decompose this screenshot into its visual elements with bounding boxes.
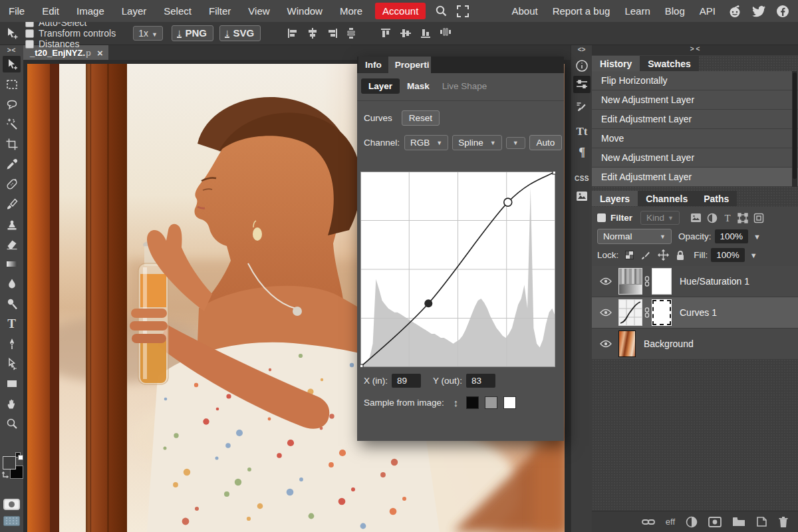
auto-button[interactable]: Auto: [529, 135, 563, 150]
checkbox-box[interactable]: [25, 40, 34, 49]
toolbar-collapse-icon[interactable]: ><: [0, 47, 23, 54]
tab-layers[interactable]: Layers: [592, 191, 638, 206]
menu-image[interactable]: Image: [70, 5, 110, 17]
lasso-tool[interactable]: [3, 96, 21, 112]
magic-wand-tool[interactable]: [3, 116, 21, 132]
visibility-eye-icon[interactable]: [600, 340, 612, 348]
menu-filter[interactable]: Filter: [203, 5, 237, 17]
panel-collapse-icon[interactable]: > <: [592, 45, 798, 55]
channel-select[interactable]: RGB▼: [404, 135, 448, 150]
hue-saturation-mask-thumbnail[interactable]: [652, 268, 672, 295]
menu-view[interactable]: View: [242, 5, 275, 17]
lock-pixels-icon[interactable]: [640, 250, 651, 261]
extra-dropdown[interactable]: ▼: [506, 137, 525, 149]
css-panel-icon[interactable]: CSS: [573, 170, 591, 187]
keyboard-shortcuts-button[interactable]: [3, 516, 20, 526]
swap-colors-icon[interactable]: [1, 471, 11, 480]
image-panel-icon[interactable]: [573, 188, 591, 205]
search-icon[interactable]: [435, 5, 448, 17]
checkbox-box[interactable]: [25, 29, 34, 38]
zoom-tool[interactable]: [3, 415, 21, 432]
lock-transparency-icon[interactable]: [625, 251, 634, 259]
hand-tool[interactable]: [3, 395, 21, 412]
fill-slider-arrow[interactable]: ▼: [750, 251, 757, 259]
path-select-tool[interactable]: [3, 355, 21, 372]
new-layer-icon[interactable]: [756, 516, 767, 527]
align-center-horizontal-icon[interactable]: [307, 27, 319, 39]
menu-window[interactable]: Window: [281, 5, 329, 17]
opacity-field[interactable]: 100%: [715, 229, 749, 243]
distribute-vertical-icon[interactable]: [440, 27, 452, 39]
delete-layer-icon[interactable]: [778, 516, 789, 528]
menu-edit[interactable]: Edit: [36, 5, 65, 17]
history-item[interactable]: New Adjustment Layer: [592, 90, 798, 110]
rectangle-select-tool[interactable]: [3, 76, 21, 92]
layer-name[interactable]: Hue/Saturation 1: [680, 276, 749, 287]
layer-name[interactable]: Curves 1: [680, 307, 717, 318]
layer-row-hue-saturation[interactable]: Hue/Saturation 1: [592, 266, 798, 297]
blend-mode-select[interactable]: Normal▼: [597, 229, 672, 244]
layer-name[interactable]: Background: [644, 338, 694, 349]
menu-layer[interactable]: Layer: [116, 5, 153, 17]
tab-swatches[interactable]: Swatches: [640, 56, 699, 71]
distribute-horizontal-icon[interactable]: [346, 27, 356, 39]
fill-field[interactable]: 100%: [711, 248, 745, 262]
default-colors-icon[interactable]: [15, 452, 23, 460]
x-in-field[interactable]: 89: [392, 374, 421, 388]
move-tool[interactable]: [3, 56, 21, 72]
link-layers-icon[interactable]: [642, 518, 655, 526]
tab-paths[interactable]: Paths: [696, 191, 737, 206]
link-about[interactable]: About: [506, 5, 543, 17]
history-item[interactable]: Move: [592, 129, 798, 148]
layer-row-background[interactable]: Background: [592, 329, 798, 360]
facebook-icon[interactable]: [775, 4, 790, 19]
curves-mask-thumbnail-selected[interactable]: [652, 299, 672, 326]
type-tool[interactable]: T: [3, 315, 21, 332]
layer-effects-button[interactable]: eff: [666, 517, 675, 527]
zoom-preset-select[interactable]: 1x▼: [133, 26, 163, 41]
tab-properties[interactable]: Properti: [388, 57, 431, 73]
reset-button[interactable]: Reset: [402, 110, 440, 126]
eyedropper-tool[interactable]: [3, 156, 21, 172]
history-item[interactable]: Edit Adjustment Layer: [592, 110, 798, 129]
opacity-slider-arrow[interactable]: ▼: [753, 233, 761, 241]
lock-position-icon[interactable]: [658, 249, 669, 261]
eraser-tool[interactable]: [3, 235, 21, 252]
checkbox-distances[interactable]: Distances: [25, 39, 116, 49]
filter-image-icon[interactable]: [690, 213, 702, 223]
menu-more[interactable]: More: [334, 5, 368, 17]
blur-tool[interactable]: [3, 275, 21, 292]
background-thumbnail[interactable]: [618, 331, 636, 357]
fullscreen-icon[interactable]: [457, 5, 469, 17]
gray-point-swatch[interactable]: [485, 396, 497, 409]
gradient-tool[interactable]: [3, 255, 21, 272]
tab-info[interactable]: Info: [358, 57, 388, 73]
link-api[interactable]: API: [694, 5, 721, 17]
history-item[interactable]: New Adjustment Layer: [592, 148, 798, 168]
align-middle-vertical-icon[interactable]: [400, 27, 412, 39]
curves-graph[interactable]: [360, 172, 555, 367]
new-group-icon[interactable]: [732, 517, 745, 527]
dodge-tool[interactable]: [3, 295, 21, 312]
filter-shape-icon[interactable]: [737, 213, 748, 223]
checkbox-transform-controls[interactable]: Transform controls: [25, 28, 116, 39]
history-scrollbar[interactable]: [792, 71, 797, 187]
link-report-a-bug[interactable]: Report a bug: [547, 5, 616, 17]
link-learn[interactable]: Learn: [619, 5, 655, 17]
info-panel-icon[interactable]: [573, 57, 591, 74]
add-mask-icon[interactable]: [708, 517, 722, 527]
black-point-swatch[interactable]: [466, 396, 479, 409]
subtab-mask[interactable]: Mask: [400, 78, 437, 94]
foreground-color-swatch[interactable]: [3, 456, 16, 469]
curves-thumbnail[interactable]: [618, 299, 642, 326]
updown-arrow-icon[interactable]: ↕: [454, 397, 459, 408]
rectangle-shape-tool[interactable]: [3, 375, 21, 392]
brush-settings-icon[interactable]: [573, 98, 591, 116]
interpolation-select[interactable]: Spline▼: [452, 135, 501, 150]
export-png-button[interactable]: ↓PNG: [172, 25, 213, 41]
align-bottom-icon[interactable]: [420, 27, 432, 39]
properties-panel-icon[interactable]: [573, 76, 591, 93]
clone-stamp-tool[interactable]: [3, 215, 21, 232]
quick-mask-button[interactable]: [3, 499, 20, 510]
export-svg-button[interactable]: ↓SVG: [219, 25, 261, 41]
